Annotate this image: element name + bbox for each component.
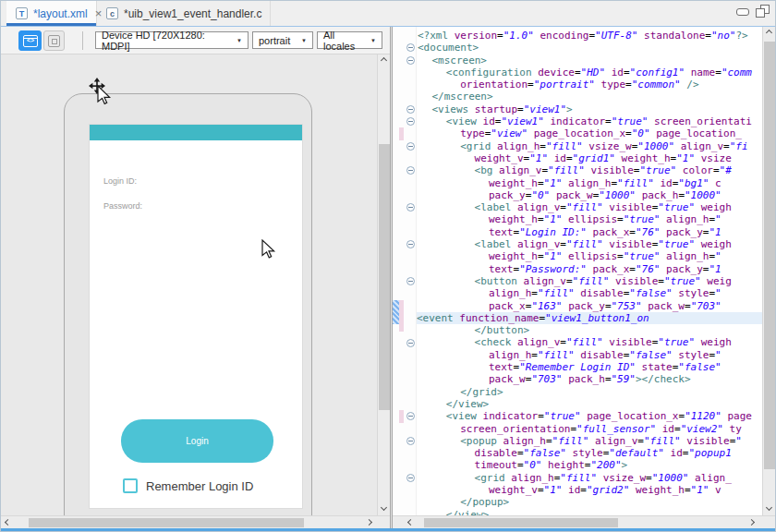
collapse-fold-icon[interactable] — [406, 142, 415, 151]
window-bottom-accent-bar — [1, 528, 775, 532]
code-lines[interactable]: <?xml version="1.0" encoding="UTF-8" sta… — [417, 27, 762, 515]
code-line[interactable]: <check align_v="fill" visible="true" wei… — [417, 336, 762, 348]
code-line[interactable]: pack_w="703" pack_h="59"></check> — [417, 373, 762, 385]
change-marker[interactable] — [399, 300, 404, 332]
code-line[interactable]: <views startup="view1"> — [417, 103, 762, 115]
canvas-horizontal-scrollbar[interactable] — [1, 515, 390, 528]
code-line[interactable]: <grid align_h="fill" vsize_w="1000" alig… — [417, 140, 762, 152]
code-line[interactable]: <view id="view1" indicator="true" screen… — [417, 115, 762, 127]
code-line[interactable]: </popup> — [417, 496, 762, 508]
change-marker[interactable] — [399, 127, 404, 139]
code-line[interactable]: text="Login ID:" pack_x="76" pack_y="1 — [417, 226, 762, 238]
locales-dropdown[interactable]: All locales ▼ — [317, 31, 382, 49]
remember-login-row: Remember Login ID — [123, 478, 253, 493]
code-line[interactable]: weight_v="1" id="grid1" weight_h="1" vsi… — [417, 152, 762, 164]
code-line[interactable]: text="Remember Login ID" state="false" — [417, 361, 762, 373]
collapse-fold-icon[interactable] — [406, 437, 415, 445]
design-view-toggle-button[interactable] — [43, 30, 65, 51]
c-file-icon: c — [106, 7, 118, 19]
code-line[interactable]: <mscreen> — [417, 54, 762, 66]
code-line[interactable]: screen_orientation="full_sensor" id="vie… — [417, 423, 762, 435]
code-line[interactable]: </button> — [417, 324, 762, 336]
collapse-fold-icon[interactable] — [406, 117, 415, 126]
code-line[interactable]: </view> — [417, 509, 762, 515]
collapse-fold-icon[interactable] — [406, 56, 415, 65]
source-view-toggle-button[interactable]: <> — [18, 30, 42, 51]
code-line[interactable]: <popup align_h="fill" align_v="fill" vis… — [417, 435, 762, 447]
code-line[interactable]: <view indicator="true" page_location_x="… — [417, 410, 762, 422]
preview-toolbar: <> Device HD [720X1280: MDPI] ▼ portrait… — [1, 27, 390, 54]
scroll-right-icon[interactable] — [365, 516, 378, 528]
remember-checkbox[interactable] — [123, 478, 138, 493]
device-dropdown[interactable]: Device HD [720X1280: MDPI] ▼ — [95, 31, 249, 49]
code-line[interactable]: <bg align_v="fill" visible="true" color=… — [417, 164, 762, 176]
code-line[interactable]: <event function_name="view1_button1_on — [417, 312, 762, 324]
code-line[interactable]: weight_h="1" align_h="fill" id="bg1" c — [417, 177, 762, 189]
tab-label: *layout.xml — [33, 7, 88, 20]
orientation-dropdown[interactable]: portrait ▼ — [252, 31, 313, 49]
xml-code-editor[interactable]: <?xml version="1.0" encoding="UTF-8" sta… — [393, 27, 776, 515]
tab-label: *uib_view1_event_handler.c — [124, 7, 261, 20]
login-button[interactable]: Login — [121, 419, 273, 463]
editor-horizontal-scrollbar[interactable] — [393, 515, 776, 528]
device-dropdown-value: Device HD [720X1280: MDPI] — [102, 30, 231, 52]
code-line[interactable]: <document> — [417, 42, 762, 54]
collapse-fold-icon[interactable] — [406, 240, 415, 248]
design-view-icon — [48, 35, 60, 47]
scrollbar-thumb[interactable] — [424, 518, 618, 527]
code-line[interactable]: <?xml version="1.0" encoding="UTF-8" sta… — [417, 30, 762, 42]
tab-event-handler-c[interactable]: c *uib_view1_event_handler.c — [97, 1, 271, 26]
code-line[interactable]: pack_x="163" pack_y="753" pack_w="703" — [417, 300, 762, 312]
scrollbar-thumb[interactable] — [764, 42, 775, 469]
code-line[interactable]: weight_h="1" ellipsis="true" align_h=" — [417, 213, 762, 225]
scroll-left-icon[interactable] — [1, 516, 14, 528]
scroll-up-icon[interactable] — [763, 27, 776, 39]
remember-checkbox-label[interactable]: Remember Login ID — [146, 479, 253, 493]
code-line[interactable]: </view> — [417, 398, 762, 410]
code-line[interactable]: <button align_v="fill" visible="true" we… — [417, 275, 762, 287]
code-line[interactable]: </grid> — [417, 386, 762, 398]
code-line[interactable]: weight_v="1" id="grid2" weight_h="1" v — [417, 484, 762, 496]
login-id-label[interactable]: Login ID: — [103, 176, 137, 186]
code-line[interactable]: <label align_v="fill" visible="true" wei… — [417, 201, 762, 213]
code-line[interactable]: </mscreen> — [417, 91, 762, 103]
code-line[interactable]: align_h="fill" disable="false" style=" — [417, 349, 762, 361]
minimize-view-icon[interactable] — [736, 8, 749, 16]
collapse-fold-icon[interactable] — [406, 203, 415, 212]
code-line[interactable]: pack_y="0" pack_w="1000" pack_h="1000" — [417, 189, 762, 201]
collapse-fold-icon[interactable] — [406, 277, 415, 285]
maximize-view-icon[interactable] — [756, 5, 770, 18]
annotation-ruler[interactable] — [393, 27, 406, 515]
scroll-right-icon[interactable] — [747, 516, 760, 528]
scrollbar-thumb[interactable] — [379, 144, 390, 410]
collapse-fold-icon[interactable] — [406, 474, 415, 482]
editor-vertical-scrollbar[interactable] — [762, 27, 775, 515]
collapse-fold-icon[interactable] — [406, 412, 415, 420]
scrollbar-thumb[interactable] — [29, 518, 304, 527]
code-line[interactable]: disable="false" style="default" id="popu… — [417, 447, 762, 459]
collapse-fold-icon[interactable] — [406, 166, 415, 175]
collapse-fold-icon[interactable] — [406, 105, 415, 114]
code-line[interactable]: timeout="0" height="200"> — [417, 459, 762, 471]
tab-layout-xml[interactable]: T *layout.xml × — [6, 1, 97, 26]
code-line[interactable]: <grid align_h="fill" vsize_w="1000" alig… — [417, 472, 762, 484]
canvas-vertical-scrollbar[interactable] — [377, 54, 390, 515]
orientation-dropdown-value: portrait — [259, 35, 290, 46]
code-line[interactable]: orientation="portrait" type="common" /> — [417, 79, 762, 91]
code-line[interactable]: text="Password:" pack_x="76" pack_y="1 — [417, 263, 762, 275]
scroll-left-icon[interactable] — [404, 516, 417, 528]
change-marker[interactable] — [399, 410, 404, 422]
code-line[interactable]: <label align_v="fill" visible="true" wei… — [417, 238, 762, 250]
code-line[interactable]: <configuration device="HD" id="config1" … — [417, 66, 762, 79]
code-line[interactable]: align_h="fill" disable="false" style=" — [417, 287, 762, 299]
code-line[interactable]: weight_h="1" ellipsis="true" align_h=" — [417, 250, 762, 262]
design-canvas[interactable]: Login ID: Password: Login Remember Login… — [1, 54, 390, 515]
scroll-down-icon[interactable] — [378, 503, 390, 515]
device-screen[interactable]: Login ID: Password: Login Remember Login… — [89, 124, 303, 509]
collapse-fold-icon[interactable] — [406, 339, 415, 347]
scroll-up-icon[interactable] — [378, 54, 390, 66]
password-label[interactable]: Password: — [103, 201, 142, 211]
code-line[interactable]: type="view" page_location_x="0" page_loc… — [417, 127, 762, 139]
scroll-down-icon[interactable] — [763, 503, 776, 515]
collapse-fold-icon[interactable] — [406, 43, 415, 52]
